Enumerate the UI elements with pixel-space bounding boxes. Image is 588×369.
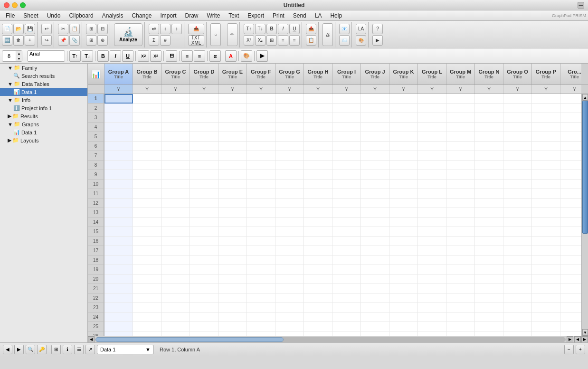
menu-file[interactable]: File: [2, 11, 19, 20]
cell-C-2[interactable]: [161, 104, 190, 113]
sidebar-item-info[interactable]: ▼ 📁 Info: [0, 96, 87, 104]
help-button[interactable]: ?: [372, 24, 383, 34]
cell-B-21[interactable]: [133, 284, 161, 293]
cell-Q-20[interactable]: [560, 274, 581, 284]
cell-F-7[interactable]: [247, 151, 275, 161]
cell-Q-21[interactable]: [560, 284, 581, 293]
cell-N-6[interactable]: [475, 142, 503, 151]
cell-F-4[interactable]: [247, 123, 275, 132]
cell-I-14[interactable]: [332, 218, 361, 227]
text-small-button[interactable]: T↓: [255, 24, 266, 34]
cell-J-13[interactable]: [361, 208, 389, 218]
cell-J-7[interactable]: [361, 151, 389, 161]
cell-K-11[interactable]: [389, 189, 418, 199]
cell-D-24[interactable]: [190, 312, 218, 322]
bold-button[interactable]: B: [266, 24, 277, 34]
cell-F-17[interactable]: [247, 246, 275, 255]
cell-P-22[interactable]: [532, 293, 560, 303]
cell-D-6[interactable]: [190, 142, 218, 151]
cell-E-7[interactable]: [218, 151, 247, 161]
cell-O-4[interactable]: [503, 123, 532, 132]
cell-J-1[interactable]: [361, 94, 389, 104]
cell-B-4[interactable]: [133, 123, 161, 132]
cell-J-20[interactable]: [361, 274, 389, 284]
cell-B-19[interactable]: [133, 265, 161, 274]
cell-L-12[interactable]: [418, 199, 446, 208]
new-file-button[interactable]: 📄: [2, 24, 12, 34]
cell-G-4[interactable]: [275, 123, 304, 132]
cell-F-18[interactable]: [247, 255, 275, 265]
cell-D-17[interactable]: [190, 246, 218, 255]
cell-N-4[interactable]: [475, 123, 503, 132]
scroll-thumb[interactable]: [582, 101, 588, 234]
cell-K-10[interactable]: [389, 180, 418, 189]
menu-help[interactable]: Help: [326, 11, 346, 20]
cell-C-25[interactable]: [161, 322, 190, 331]
cell-O-17[interactable]: [503, 246, 532, 255]
cell-M-19[interactable]: [446, 265, 475, 274]
cell-F-3[interactable]: [247, 113, 275, 123]
zoom-out-button[interactable]: −: [564, 345, 574, 354]
cell-G-15[interactable]: [275, 227, 304, 237]
cell-Q-8[interactable]: [560, 161, 581, 170]
sidebar-item-results[interactable]: ▶ 📁 Results: [0, 112, 87, 120]
cell-A-13[interactable]: [104, 208, 133, 218]
cell-K-9[interactable]: [389, 170, 418, 180]
cell-J-19[interactable]: [361, 265, 389, 274]
cell-P-19[interactable]: [532, 265, 560, 274]
cell-B-11[interactable]: [133, 189, 161, 199]
cell-O-18[interactable]: [503, 255, 532, 265]
cell-A-3[interactable]: [104, 113, 133, 123]
cell-E-2[interactable]: [218, 104, 247, 113]
cell-Q-1[interactable]: [560, 94, 581, 104]
cell-Q-18[interactable]: [560, 255, 581, 265]
list-button[interactable]: ☰: [74, 345, 84, 354]
cell-C-7[interactable]: [161, 151, 190, 161]
cell-H-26[interactable]: [304, 331, 332, 336]
cell-P-13[interactable]: [532, 208, 560, 218]
cell-K-26[interactable]: [389, 331, 418, 336]
cell-G-20[interactable]: [275, 274, 304, 284]
cell-B-1[interactable]: [133, 94, 161, 104]
cell-M-18[interactable]: [446, 255, 475, 265]
cell-I-13[interactable]: [332, 208, 361, 218]
cell-N-5[interactable]: [475, 132, 503, 142]
cell-L-10[interactable]: [418, 180, 446, 189]
cell-I-9[interactable]: [332, 170, 361, 180]
cell-J-9[interactable]: [361, 170, 389, 180]
cell-M-20[interactable]: [446, 274, 475, 284]
cell-M-3[interactable]: [446, 113, 475, 123]
sidebar-item-layouts[interactable]: ▶ 📁 Layouts: [0, 136, 87, 144]
cell-Q-6[interactable]: [560, 142, 581, 151]
cell-P-20[interactable]: [532, 274, 560, 284]
cell-B-22[interactable]: [133, 293, 161, 303]
cell-A-8[interactable]: [104, 161, 133, 170]
cell-H-23[interactable]: [304, 303, 332, 312]
cell-B-20[interactable]: [133, 274, 161, 284]
col-scroll-left[interactable]: ◀: [574, 336, 581, 343]
cell-N-25[interactable]: [475, 322, 503, 331]
cell-N-16[interactable]: [475, 237, 503, 246]
cell-H-20[interactable]: [304, 274, 332, 284]
copy-button[interactable]: 📋: [69, 24, 80, 34]
cell-D-21[interactable]: [190, 284, 218, 293]
cell-F-9[interactable]: [247, 170, 275, 180]
cell-Q-9[interactable]: [560, 170, 581, 180]
sidebar-item-project-info[interactable]: ℹ️ Project info 1: [0, 104, 87, 112]
col-header-E[interactable]: Group ETitle: [218, 64, 247, 85]
cell-C-19[interactable]: [161, 265, 190, 274]
transpose-button[interactable]: ↕: [160, 24, 171, 34]
cell-E-25[interactable]: [218, 322, 247, 331]
cell-G-23[interactable]: [275, 303, 304, 312]
cell-C-10[interactable]: [161, 180, 190, 189]
cell-H-22[interactable]: [304, 293, 332, 303]
cell-O-12[interactable]: [503, 199, 532, 208]
magnify-button[interactable]: ⊕: [97, 35, 108, 46]
cell-N-23[interactable]: [475, 303, 503, 312]
cell-I-7[interactable]: [332, 151, 361, 161]
cell-I-21[interactable]: [332, 284, 361, 293]
cell-E-14[interactable]: [218, 218, 247, 227]
cell-Q-3[interactable]: [560, 113, 581, 123]
cell-D-26[interactable]: [190, 331, 218, 336]
cell-P-11[interactable]: [532, 189, 560, 199]
